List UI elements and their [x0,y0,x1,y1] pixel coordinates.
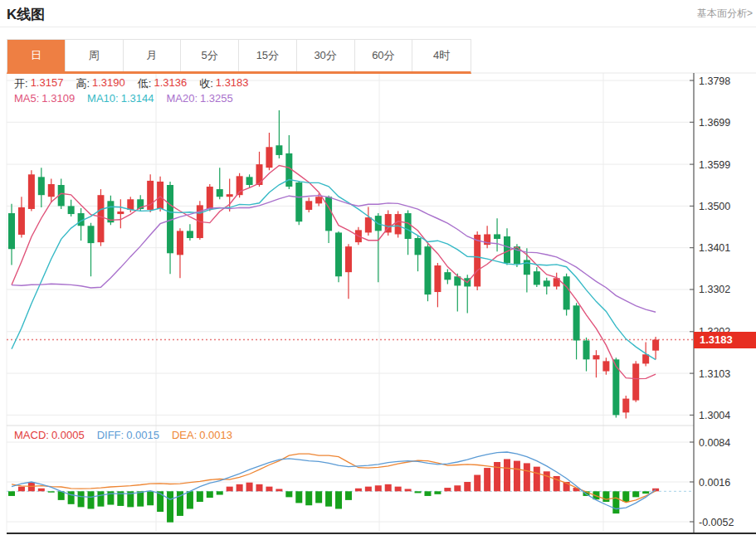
svg-text:1.3401: 1.3401 [699,242,730,254]
ohlc-high: 高:1.3190 [76,76,124,91]
svg-text:0.0084: 0.0084 [699,437,730,449]
tab-day[interactable]: 日 [7,40,66,71]
ohlc-close: 收:1.3183 [199,76,248,91]
svg-text:1.3103: 1.3103 [699,368,730,380]
tab-5min[interactable]: 5分 [181,40,239,71]
tab-month[interactable]: 月 [124,40,182,71]
ma20-legend: MA20:1.3255 [166,92,232,105]
svg-text:1.3302: 1.3302 [699,284,730,295]
ma-legend: MA5:1.3109 MA10:1.3144 MA20:1.3255 [14,92,233,105]
kline-page: 1.37981.36991.35991.35001.34011.33021.32… [0,0,756,535]
ma5-legend: MA5:1.3109 [14,92,75,105]
tab-60min[interactable]: 60分 [355,40,413,71]
fundamental-analysis-link[interactable]: 基本面分析> [697,7,753,21]
ohlc-low: 低:1.3136 [138,76,187,91]
ohlc-legend: 开:1.3157 高:1.3190 低:1.3136 收:1.3183 [14,76,249,91]
svg-text:1.3004: 1.3004 [699,410,730,421]
dea-value-legend: DEA:0.0013 [172,429,232,441]
diff-value-legend: DIFF:0.0015 [97,429,159,441]
last-price-tag: 1.3183 [694,332,756,348]
svg-text:1.3500: 1.3500 [699,201,730,212]
header-divider [0,27,756,27]
ma10-legend: MA10:1.3144 [87,92,154,105]
svg-text:1.3699: 1.3699 [699,117,730,129]
tab-30min[interactable]: 30分 [297,40,355,71]
tab-15min[interactable]: 15分 [239,40,297,71]
svg-text:0.0016: 0.0016 [699,477,730,489]
svg-text:-0.0052: -0.0052 [699,517,734,528]
macd-legend: MACD:0.0005 DIFF:0.0015 DEA:0.0013 [14,429,232,441]
page-title: K线图 [7,5,45,24]
ohlc-open: 开:1.3157 [14,76,63,91]
svg-text:1.3599: 1.3599 [699,159,730,171]
macd-value-legend: MACD:0.0005 [14,429,85,441]
tab-4hour[interactable]: 4时 [412,40,471,71]
period-tab-bar: 日 周 月 5分 15分 30分 60分 4时 [7,39,471,74]
svg-text:1.3798: 1.3798 [699,75,730,87]
tab-week[interactable]: 周 [66,40,124,71]
